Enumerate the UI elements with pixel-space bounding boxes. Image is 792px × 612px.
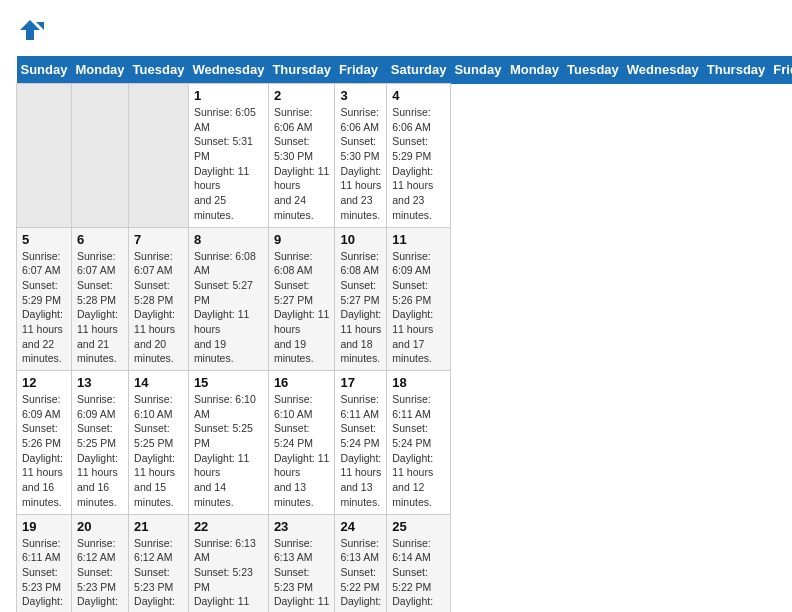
calendar-day-cell: 3Sunrise: 6:06 AMSunset: 5:30 PMDaylight… xyxy=(335,84,387,228)
calendar-week-row: 1Sunrise: 6:05 AMSunset: 5:31 PMDaylight… xyxy=(17,84,793,228)
day-number: 4 xyxy=(392,88,445,103)
calendar-day-cell: 21Sunrise: 6:12 AMSunset: 5:23 PMDayligh… xyxy=(129,514,189,612)
calendar-day-cell: 19Sunrise: 6:11 AMSunset: 5:23 PMDayligh… xyxy=(17,514,72,612)
day-number: 7 xyxy=(134,232,183,247)
day-number: 21 xyxy=(134,519,183,534)
calendar-day-cell: 6Sunrise: 6:07 AMSunset: 5:28 PMDaylight… xyxy=(71,227,128,371)
calendar-day-header: Wednesday xyxy=(188,56,268,84)
day-info: Sunrise: 6:10 AMSunset: 5:24 PMDaylight:… xyxy=(274,392,330,510)
calendar-day-header: Friday xyxy=(769,56,792,84)
day-info: Sunrise: 6:10 AMSunset: 5:25 PMDaylight:… xyxy=(194,392,263,510)
calendar-day-cell xyxy=(17,84,72,228)
calendar-week-row: 12Sunrise: 6:09 AMSunset: 5:26 PMDayligh… xyxy=(17,371,793,515)
day-number: 9 xyxy=(274,232,330,247)
day-info: Sunrise: 6:09 AMSunset: 5:26 PMDaylight:… xyxy=(392,249,445,367)
calendar-day-cell: 4Sunrise: 6:06 AMSunset: 5:29 PMDaylight… xyxy=(387,84,451,228)
calendar-day-cell: 10Sunrise: 6:08 AMSunset: 5:27 PMDayligh… xyxy=(335,227,387,371)
day-info: Sunrise: 6:11 AMSunset: 5:23 PMDaylight:… xyxy=(22,536,66,613)
calendar-day-cell: 12Sunrise: 6:09 AMSunset: 5:26 PMDayligh… xyxy=(17,371,72,515)
day-info: Sunrise: 6:13 AMSunset: 5:23 PMDaylight:… xyxy=(274,536,330,613)
day-number: 15 xyxy=(194,375,263,390)
day-info: Sunrise: 6:07 AMSunset: 5:28 PMDaylight:… xyxy=(134,249,183,367)
calendar-day-cell: 1Sunrise: 6:05 AMSunset: 5:31 PMDaylight… xyxy=(188,84,268,228)
day-info: Sunrise: 6:06 AMSunset: 5:30 PMDaylight:… xyxy=(274,105,330,223)
day-number: 14 xyxy=(134,375,183,390)
calendar-day-header: Friday xyxy=(335,56,387,84)
day-number: 18 xyxy=(392,375,445,390)
day-number: 10 xyxy=(340,232,381,247)
calendar-week-row: 5Sunrise: 6:07 AMSunset: 5:29 PMDaylight… xyxy=(17,227,793,371)
calendar-header-row: SundayMondayTuesdayWednesdayThursdayFrid… xyxy=(17,56,793,84)
calendar-day-cell: 24Sunrise: 6:13 AMSunset: 5:22 PMDayligh… xyxy=(335,514,387,612)
calendar-day-cell: 13Sunrise: 6:09 AMSunset: 5:25 PMDayligh… xyxy=(71,371,128,515)
day-number: 6 xyxy=(77,232,123,247)
day-info: Sunrise: 6:09 AMSunset: 5:25 PMDaylight:… xyxy=(77,392,123,510)
calendar-day-cell: 18Sunrise: 6:11 AMSunset: 5:24 PMDayligh… xyxy=(387,371,451,515)
calendar-day-cell: 8Sunrise: 6:08 AMSunset: 5:27 PMDaylight… xyxy=(188,227,268,371)
day-info: Sunrise: 6:08 AMSunset: 5:27 PMDaylight:… xyxy=(194,249,263,367)
day-number: 3 xyxy=(340,88,381,103)
day-number: 12 xyxy=(22,375,66,390)
day-number: 5 xyxy=(22,232,66,247)
day-number: 8 xyxy=(194,232,263,247)
day-number: 2 xyxy=(274,88,330,103)
day-number: 1 xyxy=(194,88,263,103)
day-info: Sunrise: 6:08 AMSunset: 5:27 PMDaylight:… xyxy=(340,249,381,367)
calendar-table: SundayMondayTuesdayWednesdayThursdayFrid… xyxy=(16,56,792,612)
day-info: Sunrise: 6:14 AMSunset: 5:22 PMDaylight:… xyxy=(392,536,445,613)
day-info: Sunrise: 6:11 AMSunset: 5:24 PMDaylight:… xyxy=(392,392,445,510)
logo xyxy=(16,16,48,44)
day-info: Sunrise: 6:06 AMSunset: 5:29 PMDaylight:… xyxy=(392,105,445,223)
day-number: 23 xyxy=(274,519,330,534)
day-number: 20 xyxy=(77,519,123,534)
calendar-day-cell: 23Sunrise: 6:13 AMSunset: 5:23 PMDayligh… xyxy=(268,514,335,612)
calendar-day-header: Monday xyxy=(71,56,128,84)
calendar-day-header: Thursday xyxy=(703,56,770,84)
calendar-day-header: Saturday xyxy=(387,56,451,84)
calendar-day-cell xyxy=(129,84,189,228)
page-header xyxy=(16,16,776,44)
day-info: Sunrise: 6:08 AMSunset: 5:27 PMDaylight:… xyxy=(274,249,330,367)
day-number: 17 xyxy=(340,375,381,390)
day-info: Sunrise: 6:13 AMSunset: 5:22 PMDaylight:… xyxy=(340,536,381,613)
day-info: Sunrise: 6:12 AMSunset: 5:23 PMDaylight:… xyxy=(77,536,123,613)
calendar-day-cell: 9Sunrise: 6:08 AMSunset: 5:27 PMDaylight… xyxy=(268,227,335,371)
day-number: 22 xyxy=(194,519,263,534)
calendar-day-header: Tuesday xyxy=(129,56,189,84)
day-number: 24 xyxy=(340,519,381,534)
day-number: 13 xyxy=(77,375,123,390)
day-info: Sunrise: 6:12 AMSunset: 5:23 PMDaylight:… xyxy=(134,536,183,613)
calendar-day-cell: 11Sunrise: 6:09 AMSunset: 5:26 PMDayligh… xyxy=(387,227,451,371)
calendar-day-cell: 14Sunrise: 6:10 AMSunset: 5:25 PMDayligh… xyxy=(129,371,189,515)
calendar-day-cell: 7Sunrise: 6:07 AMSunset: 5:28 PMDaylight… xyxy=(129,227,189,371)
day-info: Sunrise: 6:10 AMSunset: 5:25 PMDaylight:… xyxy=(134,392,183,510)
day-info: Sunrise: 6:05 AMSunset: 5:31 PMDaylight:… xyxy=(194,105,263,223)
calendar-day-header: Monday xyxy=(506,56,563,84)
calendar-day-cell: 16Sunrise: 6:10 AMSunset: 5:24 PMDayligh… xyxy=(268,371,335,515)
day-info: Sunrise: 6:06 AMSunset: 5:30 PMDaylight:… xyxy=(340,105,381,223)
calendar-day-cell: 25Sunrise: 6:14 AMSunset: 5:22 PMDayligh… xyxy=(387,514,451,612)
calendar-day-header: Sunday xyxy=(17,56,72,84)
calendar-day-cell: 17Sunrise: 6:11 AMSunset: 5:24 PMDayligh… xyxy=(335,371,387,515)
calendar-day-cell: 2Sunrise: 6:06 AMSunset: 5:30 PMDaylight… xyxy=(268,84,335,228)
day-number: 11 xyxy=(392,232,445,247)
calendar-day-header: Sunday xyxy=(450,56,505,84)
day-info: Sunrise: 6:13 AMSunset: 5:23 PMDaylight:… xyxy=(194,536,263,613)
calendar-day-header: Thursday xyxy=(268,56,335,84)
calendar-day-cell: 5Sunrise: 6:07 AMSunset: 5:29 PMDaylight… xyxy=(17,227,72,371)
day-number: 19 xyxy=(22,519,66,534)
day-info: Sunrise: 6:07 AMSunset: 5:29 PMDaylight:… xyxy=(22,249,66,367)
day-number: 16 xyxy=(274,375,330,390)
day-info: Sunrise: 6:09 AMSunset: 5:26 PMDaylight:… xyxy=(22,392,66,510)
day-number: 25 xyxy=(392,519,445,534)
day-info: Sunrise: 6:07 AMSunset: 5:28 PMDaylight:… xyxy=(77,249,123,367)
day-info: Sunrise: 6:11 AMSunset: 5:24 PMDaylight:… xyxy=(340,392,381,510)
calendar-day-header: Tuesday xyxy=(563,56,623,84)
calendar-day-cell: 20Sunrise: 6:12 AMSunset: 5:23 PMDayligh… xyxy=(71,514,128,612)
calendar-day-cell xyxy=(71,84,128,228)
calendar-day-cell: 22Sunrise: 6:13 AMSunset: 5:23 PMDayligh… xyxy=(188,514,268,612)
logo-icon xyxy=(16,16,44,44)
calendar-day-header: Wednesday xyxy=(623,56,703,84)
calendar-day-cell: 15Sunrise: 6:10 AMSunset: 5:25 PMDayligh… xyxy=(188,371,268,515)
calendar-week-row: 19Sunrise: 6:11 AMSunset: 5:23 PMDayligh… xyxy=(17,514,793,612)
